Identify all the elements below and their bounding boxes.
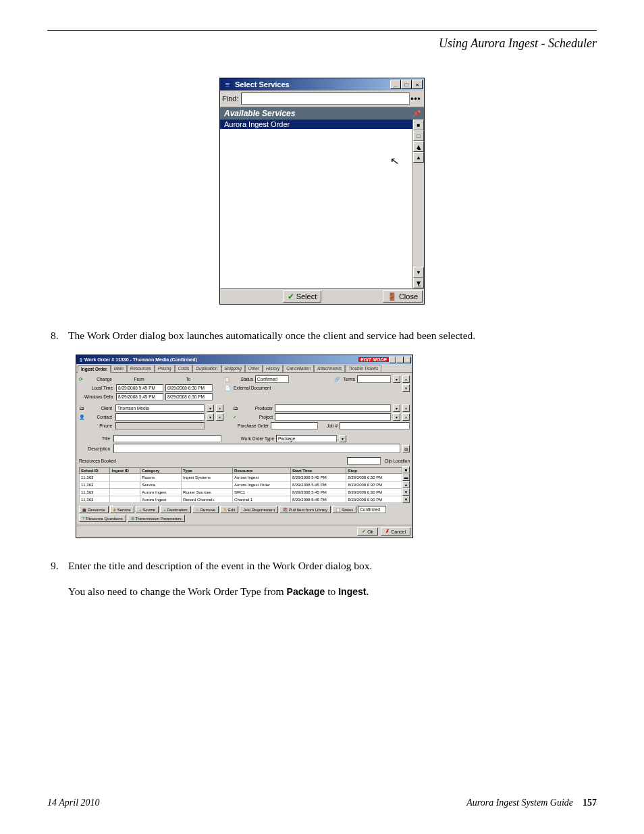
producer-clear[interactable]: × (402, 405, 410, 412)
work-order-window: § Work Order # 11330 - Thomson Media (Co… (76, 355, 413, 538)
close-window-button[interactable]: × (412, 80, 423, 89)
find-input[interactable] (241, 93, 410, 105)
tab-pricing[interactable]: Pricing (155, 365, 175, 372)
services-empty-area: ↖ (220, 129, 412, 288)
tab-shipping[interactable]: Shipping (221, 365, 245, 372)
tab-attachments[interactable]: Attachments (314, 365, 345, 372)
ok-button[interactable]: ✓Ok (357, 527, 378, 536)
maximize-button[interactable]: □ (401, 80, 412, 89)
service-item-selected[interactable]: Aurora Ingest Order (220, 120, 412, 129)
destination-button[interactable]: +Destination (160, 506, 191, 513)
checkmark-icon: ✓ (288, 292, 294, 301)
wo-close-button[interactable]: × (404, 357, 411, 363)
terms-dropdown[interactable]: ▾ (393, 375, 400, 383)
phone-label: Phone (88, 423, 113, 428)
jobnum-input[interactable] (340, 422, 410, 429)
page-footer: 14 April 2010 Aurora Ingest System Guide… (47, 798, 597, 808)
rt-btn-4[interactable]: ▼ (402, 488, 410, 496)
producer-input[interactable] (275, 405, 391, 412)
side-btn-box[interactable]: □ (413, 130, 424, 141)
description-input[interactable] (113, 444, 400, 453)
resource-questions-button[interactable]: ?Resource Questions (79, 515, 126, 522)
wo-minimize-button[interactable]: _ (389, 357, 396, 363)
contact-clear[interactable]: × (216, 413, 223, 421)
select-services-footer: ✓ Select 🚪 Close (220, 288, 424, 304)
side-btn-up[interactable]: ▲ (413, 152, 424, 163)
terms-input[interactable] (357, 375, 391, 383)
client-clear[interactable]: × (216, 405, 223, 412)
side-btn-bottom[interactable]: ▼̲ (413, 278, 424, 288)
tab-history[interactable]: History (263, 365, 283, 372)
window-icon: ≡ (223, 80, 232, 88)
tab-costs[interactable]: Costs (175, 365, 193, 372)
work-order-type-select[interactable]: Package (276, 435, 337, 442)
tab-duplication[interactable]: Duplication (192, 365, 221, 372)
tab-resources[interactable]: Resources (127, 365, 155, 372)
producer-dropdown[interactable]: ▾ (393, 405, 400, 412)
cancel-button[interactable]: ✗Cancel (381, 527, 410, 536)
wd-from-input[interactable]: 8/29/2008 5:45 PM (116, 393, 163, 400)
tab-trouble-tickets[interactable]: Trouble Tickets (345, 365, 381, 372)
work-order-type-dropdown[interactable]: ▾ (339, 435, 346, 442)
status-button[interactable]: 📋Status (332, 506, 356, 513)
extdoc-icon: 📄 (225, 386, 232, 391)
add-requirement-button[interactable]: Add Requirement (240, 506, 278, 513)
tab-cancellation[interactable]: Cancellation (283, 365, 314, 372)
contact-dropdown[interactable]: ▾ (207, 413, 214, 421)
wo-maximize-button[interactable]: □ (396, 357, 404, 363)
client-dropdown[interactable]: ▾ (207, 405, 214, 412)
terms-clear[interactable]: × (402, 375, 410, 383)
tab-ingest-order[interactable]: Ingest Order (78, 365, 111, 373)
side-btn-square[interactable]: ■ (413, 120, 424, 130)
pull-item-button[interactable]: 📚Pull Item from Library (279, 506, 331, 513)
rt-btn-3[interactable]: ▲ (402, 481, 410, 488)
table-row[interactable]: 11,363RoomsIngest SystemsAurora Ingest8/… (80, 474, 402, 481)
work-order-titlebar: § Work Order # 11330 - Thomson Media (Co… (76, 355, 412, 364)
clip-location-input[interactable] (347, 457, 381, 465)
work-order-type-label: Work Order Type (232, 436, 274, 441)
more-icon[interactable]: ••• (410, 94, 422, 103)
services-list: Aurora Ingest Order ↖ (220, 120, 412, 288)
side-btn-top[interactable]: ▲̲ (413, 141, 424, 152)
transmission-parameters-button[interactable]: ⚙Transmission Parameters (128, 515, 185, 522)
rt-btn-1[interactable]: ■ (402, 466, 410, 473)
contact-input[interactable] (115, 413, 205, 421)
select-services-title: Select Services (235, 80, 390, 88)
table-row[interactable]: 11,363Aurora IngestRecord ChannelsChanne… (80, 496, 402, 503)
local-to-input[interactable]: 8/29/2008 6:30 PM (165, 384, 213, 392)
close-button[interactable]: 🚪 Close (383, 290, 423, 303)
edit-button[interactable]: ✎Edit (220, 506, 238, 513)
work-order-tabs: Ingest Order Main Resources Pricing Cost… (76, 364, 412, 372)
rt-btn-5[interactable]: ▼ (402, 496, 410, 503)
title-label: Title (79, 436, 111, 441)
minimize-button[interactable]: _ (390, 80, 401, 89)
tab-main[interactable]: Main (111, 365, 127, 372)
remove-button[interactable]: ✂Remove (192, 506, 219, 513)
local-from-input[interactable]: 8/29/2008 5:45 PM (116, 384, 163, 392)
purchase-order-input[interactable] (271, 422, 318, 429)
rt-btn-2[interactable]: ▬ (402, 473, 410, 481)
project-dropdown[interactable]: ▾ (393, 413, 400, 421)
tab-other[interactable]: Other (245, 365, 263, 372)
refresh-icon[interactable]: ⟳ (79, 377, 86, 382)
source-button[interactable]: +Source (136, 506, 159, 513)
project-clear[interactable]: × (402, 413, 410, 421)
wd-to-input[interactable]: 8/29/2008 6:30 PM (165, 393, 213, 400)
client-input[interactable]: Thomson Media (115, 405, 205, 412)
table-row[interactable]: 11,363Aurora IngestRouter SourcesSRC18/2… (80, 488, 402, 496)
side-btn-down[interactable]: ▼ (413, 267, 424, 278)
resource-button[interactable]: ▦Resource (79, 506, 109, 513)
status-value[interactable]: Confirmed (255, 375, 289, 383)
pin-icon[interactable]: 📌 (412, 110, 420, 117)
table-row[interactable]: 11,363ServiceAurora Ingest Order8/29/200… (80, 481, 402, 489)
service-button[interactable]: ♣Service (110, 506, 134, 513)
step-9: 9. Enter the title and description of th… (51, 558, 597, 598)
footer-page-number: 157 (583, 798, 597, 808)
select-button[interactable]: ✓ Select (283, 290, 322, 303)
find-bar: Find: ••• (220, 90, 424, 107)
extdoc-scroll[interactable]: ▾ (402, 384, 410, 392)
local-time-label: Local Time (79, 386, 114, 390)
project-input[interactable] (275, 413, 391, 421)
title-input[interactable] (113, 435, 221, 442)
desc-expand[interactable]: ▥ (402, 445, 410, 452)
